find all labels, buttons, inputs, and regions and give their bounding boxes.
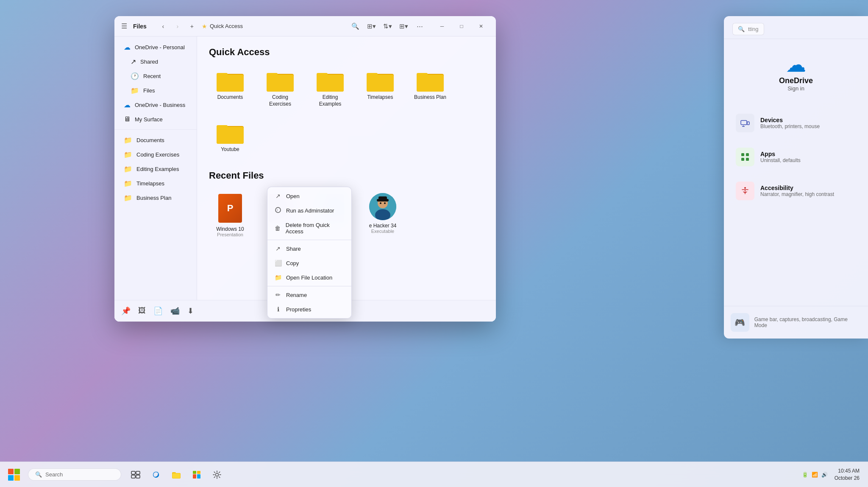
wifi-icon: 📶 — [812, 472, 818, 478]
sidebar-item-editing[interactable]: 📁 Editing Examples — [117, 162, 194, 176]
devices-icon — [736, 114, 754, 132]
more-options-button[interactable]: ⋯ — [413, 20, 426, 33]
settings-game-bar[interactable]: 🎮 Game bar, captures, broadcasting, Game… — [724, 306, 868, 339]
settings-item-apps[interactable]: Apps Uninstall, defaults — [731, 141, 861, 173]
svg-rect-17 — [217, 125, 228, 130]
address-text: Quick Access — [210, 23, 243, 29]
sort-button[interactable]: ⇅▾ — [381, 20, 394, 33]
recent-files-title: Recent Files — [209, 170, 484, 181]
ctx-share[interactable]: ↗ Share — [267, 241, 351, 256]
folder-item-business[interactable]: Business Plan — [409, 66, 451, 111]
svg-rect-40 — [131, 471, 135, 474]
svg-point-39 — [744, 187, 746, 189]
shared-icon: ↗ — [131, 58, 136, 66]
onedrive-card[interactable]: ☁ OneDrive Sign in — [731, 44, 861, 100]
ctx-properties[interactable]: ℹ Propreties — [267, 302, 351, 316]
task-view-button[interactable] — [126, 465, 145, 484]
ctx-run-admin-label: Run as Adminstator — [286, 207, 334, 214]
shared-label: Shared — [140, 59, 158, 65]
minimize-button[interactable]: ─ — [432, 20, 452, 33]
ctx-open-label: Open — [286, 193, 300, 199]
settings-panel: 🔍 tting ☁ OneDrive Sign in Devices Blu — [724, 16, 868, 339]
folder-item-documents[interactable]: Documents — [209, 66, 251, 111]
sidebar-item-timelapses[interactable]: 📁 Timelapses — [117, 176, 194, 190]
file-name-hacker: e Hacker 34 — [369, 223, 397, 229]
sidebar-item-shared[interactable]: ↗ Shared — [117, 55, 194, 69]
start-button[interactable] — [3, 464, 25, 485]
sidebar-item-files[interactable]: 📁 Files — [117, 84, 194, 98]
svg-rect-42 — [131, 475, 135, 478]
open-icon: ↗ — [274, 193, 282, 199]
document-icon[interactable]: 📄 — [152, 305, 164, 317]
folder-icon-coding: 📁 — [124, 151, 132, 159]
store-button[interactable] — [187, 465, 206, 484]
taskbar-search-text: Search — [45, 471, 63, 478]
folder-icon-documents: 📁 — [124, 136, 132, 144]
taskbar-clock[interactable]: 10:45 AM October 26 — [835, 467, 860, 482]
svg-rect-47 — [172, 473, 180, 478]
settings-item-accessibility[interactable]: Accesibility Narrator, magnifier, high c… — [731, 175, 861, 207]
settings-item-devices[interactable]: Devices Bluetooth, printers, mouse — [731, 107, 861, 139]
sidebar-item-onedrive-personal[interactable]: ☁ OneDrive - Personal — [117, 40, 194, 54]
ctx-copy[interactable]: ⬜ Copy — [267, 256, 351, 270]
video-icon[interactable]: 📹 — [169, 305, 181, 317]
edge-browser-button[interactable] — [147, 465, 165, 484]
settings-search[interactable]: 🔍 tting — [732, 23, 764, 35]
back-button[interactable]: ‹ — [157, 20, 170, 33]
folder-item-youtube[interactable]: Youtube — [209, 118, 251, 157]
svg-rect-5 — [267, 73, 278, 78]
svg-rect-11 — [367, 73, 378, 78]
folder-item-timelapses[interactable]: Timelapses — [359, 66, 401, 111]
image-icon[interactable]: 🖼 — [136, 305, 147, 317]
taskbar-search[interactable]: 🔍 Search — [28, 468, 121, 481]
download-icon[interactable]: ⬇ — [186, 305, 195, 317]
sidebar-item-my-surface[interactable]: 🖥 My Surface — [117, 112, 194, 126]
sidebar-item-recent[interactable]: 🕐 Recent — [117, 69, 194, 83]
files-icon: 📁 — [131, 87, 139, 95]
volume-icon: 🔊 — [821, 472, 828, 478]
avatar-icon — [369, 193, 396, 220]
pin-icon[interactable]: 📌 — [120, 305, 132, 317]
my-surface-label: My Surface — [135, 116, 163, 123]
folder-name-youtube: Youtube — [221, 146, 239, 153]
sidebar-item-onedrive-business[interactable]: ☁ OneDrive - Business — [117, 98, 194, 112]
ctx-rename[interactable]: ✏ Rename — [267, 288, 351, 302]
sidebar-item-documents[interactable]: 📁 Documents — [117, 133, 194, 147]
onedrive-personal-label: OneDrive - Personal — [135, 44, 185, 50]
hamburger-menu-icon[interactable]: ☰ — [120, 20, 129, 32]
view-button[interactable]: ⊞▾ — [397, 20, 410, 33]
layout-options-button[interactable]: ⊞▾ — [364, 20, 378, 33]
close-button[interactable]: ✕ — [471, 20, 491, 33]
folder-icon-shape-business — [417, 70, 444, 92]
svg-rect-36 — [746, 153, 749, 156]
game-bar-sub: Game bar, captures, broadcasting, Game M… — [754, 316, 861, 328]
folder-icon-timelapses: 📁 — [124, 179, 132, 188]
sidebar-business-label: Business Plan — [136, 195, 171, 201]
svg-point-29 — [275, 207, 281, 213]
onedrive-cloud-icon: ☁ — [786, 53, 806, 76]
clock-date: October 26 — [835, 475, 860, 482]
folder-item-editing[interactable]: Editing Examples — [309, 66, 351, 111]
add-tab-button[interactable]: + — [186, 20, 198, 33]
onedrive-cloud-icon: ☁ — [124, 43, 131, 51]
folder-item-coding[interactable]: Coding Exercises — [259, 66, 301, 111]
search-button[interactable]: 🔍 — [348, 20, 362, 33]
ctx-open-location[interactable]: 📁 Open File Location — [267, 270, 351, 285]
ctx-delete[interactable]: 🗑 Delete from Quick Access — [267, 218, 351, 238]
devices-text: Devices Bluetooth, printers, mouse — [760, 117, 820, 129]
forward-button[interactable]: › — [171, 20, 184, 33]
ctx-open[interactable]: ↗ Open — [267, 189, 351, 203]
file-item-hacker[interactable]: e Hacker 34 Executable — [362, 190, 404, 241]
file-item-windows10[interactable]: P Windows 10 Presentation — [209, 190, 251, 241]
sidebar-item-business[interactable]: 📁 Business Plan — [117, 191, 194, 205]
folder-icon-shape-editing — [317, 70, 344, 92]
ctx-run-as-admin[interactable]: ! Run as Adminstator — [267, 203, 351, 218]
file-explorer-button[interactable] — [167, 465, 186, 484]
my-surface-icon: 🖥 — [124, 115, 131, 123]
sidebar-item-coding[interactable]: 📁 Coding Exercises — [117, 148, 194, 162]
maximize-button[interactable]: □ — [452, 20, 471, 33]
settings-button[interactable] — [208, 465, 226, 484]
folder-name-editing: Editing Examples — [312, 94, 348, 107]
apps-text: Apps Uninstall, defaults — [760, 151, 801, 163]
folder-icon-business: 📁 — [124, 194, 132, 202]
